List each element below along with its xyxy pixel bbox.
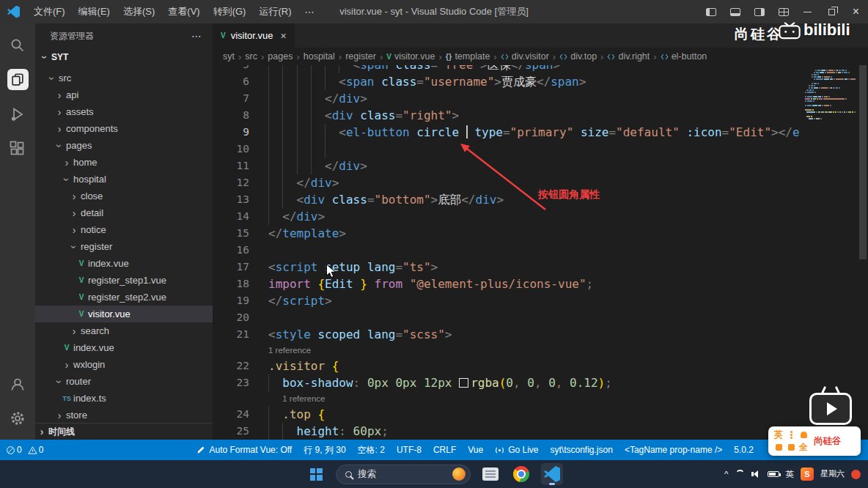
scrollbar-thumb[interactable] (859, 65, 867, 259)
status-label: 空格: 2 (358, 444, 385, 456)
breadcrumb-div-right[interactable]: div.right (607, 51, 650, 62)
taskbar-clock[interactable]: 星期六 (820, 469, 845, 478)
tray-chevron-icon[interactable]: ^ (724, 470, 728, 478)
ime-fullwidth-button[interactable]: 全 (798, 442, 809, 454)
tree-item-index-vue[interactable]: Vindex.vue (35, 339, 213, 356)
tree-item-assets[interactable]: ›assets (35, 103, 213, 120)
status-encoding[interactable]: UTF-8 (392, 445, 426, 455)
status-tsconfig[interactable]: syt\tsconfig.json (546, 445, 617, 455)
indent-guide (268, 374, 282, 391)
ime-language-button[interactable]: 英 (773, 429, 784, 441)
run-debug-icon[interactable] (0, 97, 35, 131)
status-auto-format[interactable]: Auto Format Vue: Off (192, 445, 296, 455)
tree-item-src[interactable]: ›src (35, 70, 213, 86)
tree-item-pages[interactable]: ›pages (35, 137, 213, 154)
section-timeline[interactable]: › 时间线 (35, 423, 213, 440)
menu-f[interactable]: 文件(F) (27, 0, 72, 23)
menu-s[interactable]: 选择(S) (117, 0, 161, 23)
editor-scrollbar[interactable] (858, 65, 868, 440)
notification-badge[interactable] (851, 470, 861, 479)
problems-indicator[interactable]: 0 0 (0, 440, 48, 460)
ime-hand-icon[interactable] (773, 442, 784, 454)
ime-account-icon[interactable] (798, 429, 809, 441)
ime-menu-icon[interactable] (785, 429, 797, 441)
codelens-reference[interactable]: 1 reference (213, 391, 868, 406)
ime-keyboard-icon[interactable] (785, 442, 797, 454)
status-cursor-position[interactable]: 行 9, 列 30 (299, 444, 350, 456)
bilibili-play-button[interactable] (809, 393, 852, 425)
tree-item-search[interactable]: ›search (35, 322, 213, 339)
menu-[interactable]: ⋯ (298, 0, 320, 23)
indent-guide (311, 158, 325, 174)
breadcrumb-template[interactable]: {}template (446, 51, 490, 62)
tree-item-index-vue[interactable]: Vindex.vue (35, 255, 213, 272)
tree-item-visitor-vue[interactable]: Vvisitor.vue (35, 306, 213, 322)
menu-e[interactable]: 编辑(E) (72, 0, 117, 23)
close-tab-icon[interactable]: × (280, 30, 286, 42)
status-version[interactable]: 5.0.2 (729, 445, 758, 455)
toggle-secondary-sidebar-icon[interactable] (747, 0, 771, 23)
speaker-icon[interactable] (751, 470, 761, 478)
tree-item-index-ts[interactable]: TSindex.ts (35, 390, 213, 407)
codelens-reference[interactable]: 1 reference (213, 343, 868, 358)
account-icon[interactable] (0, 366, 35, 401)
tree-item-detail[interactable]: ›detail (35, 204, 213, 221)
toggle-panel-icon[interactable] (723, 0, 747, 23)
more-actions-icon[interactable]: ⋯ (191, 30, 202, 42)
tree-item-notice[interactable]: ›notice (35, 221, 213, 238)
explorer-header: 资源管理器 ⋯ (35, 23, 213, 48)
toggle-sidebar-icon[interactable] (699, 0, 723, 23)
status-language-mode[interactable]: Vue (463, 445, 488, 455)
tab-visitor-vue[interactable]: V visitor.vue × (213, 23, 295, 48)
code-token: import (268, 277, 311, 291)
sogou-icon[interactable]: S (801, 467, 814, 481)
breadcrumb-el-button[interactable]: el-button (661, 51, 707, 62)
status-tag-prop[interactable]: <TagName prop-name /> (620, 445, 727, 455)
ime-language-indicator[interactable]: 英 (786, 469, 795, 480)
start-button[interactable] (305, 463, 327, 485)
breadcrumb-label: div.visitor (512, 51, 549, 62)
menu-v[interactable]: 查看(V) (161, 0, 206, 23)
status-go-live[interactable]: Go Live (490, 445, 542, 455)
tree-item-register-step2-vue[interactable]: Vregister_step2.vue (35, 289, 213, 306)
breadcrumb-visitor-vue[interactable]: Vvisitor.vue (386, 51, 435, 62)
extensions-icon[interactable] (0, 131, 35, 166)
status-eol[interactable]: CRLF (429, 445, 460, 455)
file-explorer-icon[interactable] (479, 463, 501, 485)
code-editor[interactable]: 5<span class="free">医保</span>6<span clas… (213, 65, 868, 440)
breadcrumb-div-top[interactable]: div.top (559, 51, 597, 62)
menu-g[interactable]: 转到(G) (207, 0, 253, 23)
tree-item-home[interactable]: ›home (35, 154, 213, 171)
breadcrumb-register[interactable]: register (345, 51, 376, 62)
tree-item-router[interactable]: ›router (35, 373, 213, 390)
wifi-icon[interactable] (735, 470, 745, 479)
taskbar-search[interactable]: 搜索 (336, 465, 471, 484)
tree-item-close[interactable]: ›close (35, 188, 213, 204)
code-token: "right" (402, 108, 452, 122)
tree-item-components[interactable]: ›components (35, 120, 213, 137)
breadcrumb-src[interactable]: src (245, 51, 257, 62)
status-indentation[interactable]: 空格: 2 (353, 444, 389, 456)
breadcrumb-syt[interactable]: syt (223, 51, 235, 62)
tree-item-wxlogin[interactable]: ›wxlogin (35, 356, 213, 373)
search-icon[interactable] (0, 28, 35, 62)
tree-item-hospital[interactable]: ›hospital (35, 171, 213, 188)
menu-r[interactable]: 运行(R) (252, 0, 298, 23)
indent-guide (282, 90, 296, 107)
vscode-taskbar-icon[interactable] (541, 463, 563, 485)
tree-item-register-step1-vue[interactable]: Vregister_step1.vue (35, 272, 213, 289)
tree-item-register[interactable]: ›register (35, 238, 213, 255)
battery-icon[interactable] (768, 471, 779, 477)
settings-gear-icon[interactable] (0, 401, 35, 435)
explorer-icon[interactable] (0, 62, 35, 97)
breadcrumb-hospital[interactable]: hospital (304, 51, 335, 62)
section-syt[interactable]: › SYT (35, 48, 213, 65)
minimap[interactable] (801, 65, 858, 440)
breadcrumb-pages[interactable]: pages (268, 51, 293, 62)
chrome-icon[interactable] (510, 463, 532, 485)
minimap-row (805, 83, 856, 84)
minimap-segment (821, 87, 828, 89)
tree-item-api[interactable]: ›api (35, 86, 213, 103)
breadcrumb-div-visitor[interactable]: div.visitor (501, 51, 549, 62)
tree-item-store[interactable]: ›store (35, 407, 213, 424)
